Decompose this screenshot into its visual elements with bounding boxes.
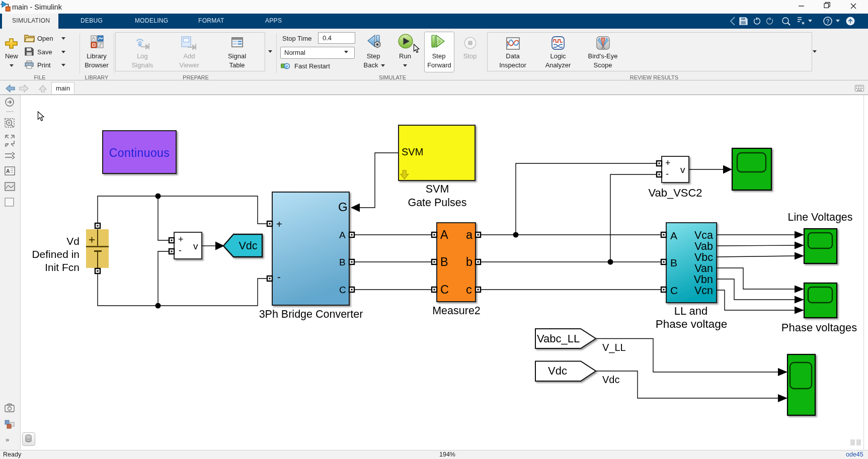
svg-text:»: » xyxy=(6,436,9,443)
svg-text:?: ? xyxy=(826,18,830,25)
svg-text:A: A xyxy=(6,168,10,174)
